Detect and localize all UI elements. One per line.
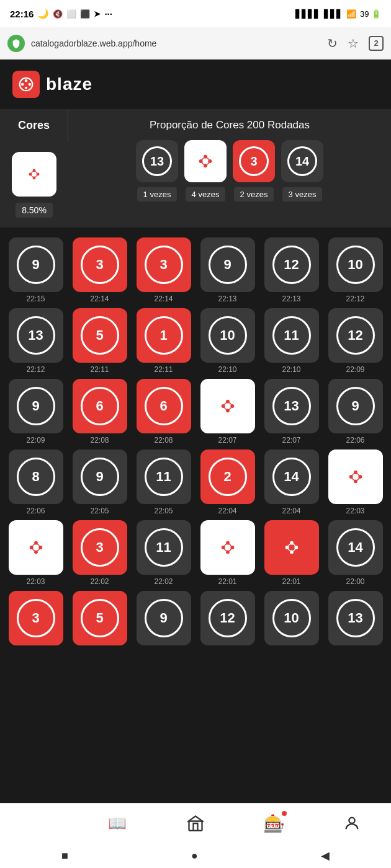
bottom-nav: ← 📖 🎰: [0, 803, 391, 843]
game-time-6: 22:12: [26, 365, 45, 374]
record-icon: ⬜: [66, 9, 76, 19]
game-tile-35: 13: [328, 591, 383, 645]
tab-count[interactable]: 2: [369, 36, 384, 51]
game-time-29: 22:00: [346, 577, 364, 586]
game-tile-5: 10: [328, 237, 383, 292]
game-grid: 922:15322:14322:14922:131222:131022:1213…: [0, 228, 391, 658]
nav-game[interactable]: 🎰: [258, 811, 289, 836]
url-display[interactable]: catalogadorblaze.web.app/home: [31, 38, 327, 48]
game-tile-8: 1: [137, 308, 191, 363]
wifi-icon: 📶: [346, 9, 356, 19]
game-cell-28: 22:01: [262, 520, 321, 586]
tile-number-14: 6: [145, 387, 183, 425]
left-card-tile: [12, 152, 56, 197]
game-time-27: 22:01: [218, 577, 236, 586]
svg-point-15: [202, 157, 209, 165]
browser-bar: catalogadorblaze.web.app/home ↻ ☆ 2: [0, 27, 391, 60]
svg-point-4: [29, 83, 31, 86]
game-tile-16: 13: [264, 379, 319, 433]
tile-number-22: 14: [272, 458, 311, 496]
svg-point-2: [21, 83, 24, 86]
nav-profile[interactable]: [336, 811, 367, 836]
browser-actions: ↻ ☆ 2: [327, 36, 384, 51]
svg-point-30: [32, 544, 40, 551]
svg-point-35: [224, 544, 231, 551]
percentage-badge: 8.50%: [16, 203, 53, 218]
proportion-item-4: 14 3 vezes: [281, 140, 323, 202]
tile-number-34: 10: [272, 599, 311, 637]
game-tile-12: 9: [9, 379, 63, 433]
android-back[interactable]: ◀: [321, 849, 330, 862]
android-recents[interactable]: ■: [61, 849, 68, 862]
tile-number-11: 12: [336, 316, 375, 355]
cores-tab[interactable]: Cores 8.50%: [0, 109, 68, 228]
game-cell-18: 822:06: [6, 450, 65, 515]
game-cell-8: 122:11: [134, 308, 193, 374]
game-time-4: 22:13: [282, 294, 300, 303]
signal2-icon: ▋▋▋: [324, 9, 343, 19]
game-tile-26: 11: [137, 520, 191, 575]
tile-number-10: 11: [272, 316, 311, 355]
game-cell-27: 22:01: [198, 520, 257, 586]
game-cell-9: 1022:10: [198, 308, 257, 374]
tile-number-9: 10: [209, 316, 247, 355]
prop-label-2: 4 vezes: [186, 187, 226, 202]
game-tile-13: 6: [73, 379, 127, 433]
nav-home[interactable]: [180, 811, 211, 836]
svg-point-3: [25, 79, 27, 82]
left-card-fire-icon: [23, 163, 45, 185]
svg-point-25: [352, 473, 359, 480]
game-cell-22: 1422:04: [262, 450, 321, 515]
tile-number-12: 9: [17, 387, 55, 425]
refresh-icon[interactable]: ↻: [327, 36, 338, 51]
blaze-logo-fire-icon: [12, 71, 40, 98]
tile-number-1: 3: [81, 246, 119, 284]
tile-number-17: 9: [336, 387, 375, 425]
game-time-2: 22:14: [154, 294, 173, 303]
game-cell-2: 322:14: [134, 237, 193, 303]
svg-point-42: [349, 818, 354, 823]
game-tile-14: 6: [137, 379, 191, 433]
prop-tile-4: 14: [281, 140, 323, 182]
game-tile-32: 9: [137, 591, 191, 645]
svg-point-10: [31, 171, 37, 177]
tile-number-35: 13: [336, 599, 375, 637]
game-cell-33: 12: [198, 591, 257, 648]
game-tile-28: [264, 520, 319, 575]
game-time-18: 22:06: [26, 507, 45, 515]
svg-point-40: [288, 544, 295, 551]
nav-bookmarks[interactable]: 📖: [102, 811, 133, 836]
prop-label-3: 2 vezes: [234, 187, 274, 202]
prop-tile-3: 3: [233, 140, 275, 182]
profile-icon: [343, 815, 361, 832]
proportion-item-1: 13 1 vezes: [136, 140, 178, 202]
tile-number-29: 14: [336, 528, 375, 567]
nav-back[interactable]: ←: [24, 811, 55, 836]
game-tile-10: 11: [264, 308, 319, 363]
tile-number-7: 5: [81, 316, 119, 355]
game-cell-16: 1322:07: [262, 379, 321, 445]
game-time-25: 22:02: [90, 577, 109, 586]
left-card-section: 8.50%: [0, 142, 68, 228]
game-cell-11: 1222:09: [326, 308, 385, 374]
game-tile-2: 3: [137, 237, 191, 292]
game-cell-12: 922:09: [6, 379, 65, 445]
cores-tab-label: Cores: [0, 109, 68, 142]
android-home[interactable]: ●: [191, 849, 198, 862]
time-display: 22:16: [10, 9, 34, 19]
game-cell-17: 922:06: [326, 379, 385, 445]
android-nav: ■ ● ◀: [0, 843, 391, 868]
game-tile-4: 12: [264, 237, 319, 292]
tile-number-6: 13: [17, 316, 55, 355]
game-tile-3: 9: [200, 237, 255, 292]
game-time-13: 22:08: [90, 436, 109, 445]
game-cell-0: 922:15: [6, 237, 65, 303]
game-cell-20: 1122:05: [134, 450, 193, 515]
signal-icon: ▋▋▋▋: [295, 9, 320, 19]
game-tile-20: 11: [137, 450, 191, 504]
game-tile-7: 5: [73, 308, 127, 363]
star-icon[interactable]: ☆: [348, 36, 359, 51]
game-cell-31: 5: [70, 591, 129, 648]
game-cell-15: 22:07: [198, 379, 257, 445]
game-time-26: 22:02: [154, 577, 173, 586]
